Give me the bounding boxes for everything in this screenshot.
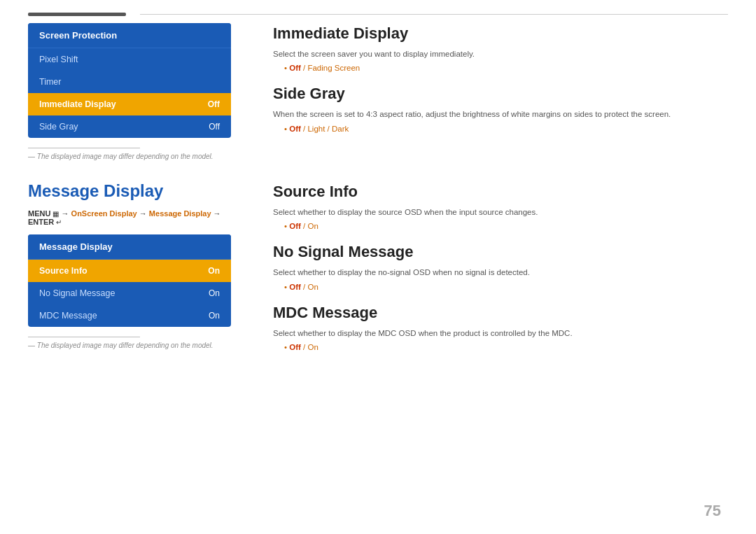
menu-item-immediate-display[interactable]: Immediate Display Off: [28, 93, 231, 115]
menu-item-value: Off: [209, 122, 220, 132]
menu-item-no-signal-message[interactable]: No Signal Message On: [28, 282, 231, 304]
lower-note-divider: [28, 337, 140, 337]
lower-right-col: Source Info Select whether to display th…: [273, 181, 728, 364]
top-bar-accent: [28, 13, 126, 16]
message-display-link: Message Display: [149, 209, 211, 218]
side-gray-title: Side Gray: [273, 85, 728, 103]
menu-item-source-info[interactable]: Source Info On: [28, 260, 231, 282]
menu-item-pixel-shift[interactable]: Pixel Shift: [28, 48, 231, 71]
immediate-display-desc: Select the screen saver you want to disp…: [273, 48, 728, 60]
no-signal-desc: Select whether to display the no-signal …: [273, 267, 728, 279]
lower-section: Message Display MENU ▦ → OnScreen Displa…: [0, 181, 756, 364]
upper-section: Screen Protection Pixel Shift Timer Imme…: [0, 23, 756, 160]
immediate-display-option: Off / Fading Screen: [284, 64, 728, 72]
menu-label: MENU: [28, 209, 52, 218]
no-signal-title: No Signal Message: [273, 243, 728, 261]
source-info-title: Source Info: [273, 183, 728, 201]
menu-item-label: Source Info: [39, 266, 88, 276]
menu-item-value: On: [208, 266, 220, 276]
menu-item-label: Pixel Shift: [39, 55, 78, 64]
screen-protection-col: Screen Protection Pixel Shift Timer Imme…: [28, 23, 245, 160]
page-number: 75: [704, 502, 721, 520]
arrow1: →: [62, 209, 71, 218]
message-display-col: Message Display MENU ▦ → OnScreen Displa…: [28, 181, 245, 364]
top-bar-divider: [140, 14, 728, 15]
upper-right-col: Immediate Display Select the screen save…: [273, 23, 728, 160]
no-signal-option: Off / On: [284, 283, 728, 291]
menu-path: MENU ▦ → OnScreen Display → Message Disp…: [28, 209, 245, 226]
menu-item-value: Off: [208, 99, 220, 109]
menu-item-label: Side Gray: [39, 122, 78, 132]
message-display-menu: Message Display Source Info On No Signal…: [28, 234, 231, 327]
source-info-desc: Select whether to display the source OSD…: [273, 206, 728, 218]
menu-item-label: MDC Message: [39, 311, 97, 321]
enter-label: ENTER: [28, 218, 54, 226]
immediate-display-title: Immediate Display: [273, 24, 728, 43]
upper-note: — The displayed image may differ dependi…: [28, 153, 245, 160]
message-display-main-title: Message Display: [28, 181, 245, 201]
menu-item-side-gray[interactable]: Side Gray Off: [28, 115, 231, 138]
menu-item-value: On: [209, 288, 220, 298]
arrow3: →: [214, 209, 221, 218]
menu-item-timer[interactable]: Timer: [28, 71, 231, 93]
menu-item-label: No Signal Message: [39, 288, 115, 298]
side-gray-option: Off / Light / Dark: [284, 125, 728, 133]
source-info-option: Off / On: [284, 222, 728, 230]
menu-item-label: Immediate Display: [39, 99, 116, 109]
side-gray-desc: When the screen is set to 4:3 aspect rat…: [273, 108, 728, 120]
top-bar: [0, 0, 756, 23]
screen-protection-menu: Screen Protection Pixel Shift Timer Imme…: [28, 23, 231, 138]
mdc-message-option: Off / On: [284, 343, 728, 351]
note-divider: [28, 148, 140, 148]
mdc-message-title: MDC Message: [273, 304, 728, 322]
screen-protection-header: Screen Protection: [28, 23, 231, 48]
menu-item-mdc-message[interactable]: MDC Message On: [28, 304, 231, 327]
mdc-message-desc: Select whether to display the MDC OSD wh…: [273, 328, 728, 339]
lower-note: — The displayed image may differ dependi…: [28, 342, 245, 349]
enter-icon: ↵: [56, 218, 62, 226]
onscreen-display-link: OnScreen Display: [71, 209, 137, 218]
menu-item-label: Timer: [39, 77, 61, 87]
menu-item-value: On: [209, 311, 220, 321]
arrow2: →: [139, 209, 149, 218]
menu-icon: ▦: [52, 210, 59, 218]
message-display-header: Message Display: [28, 234, 231, 260]
